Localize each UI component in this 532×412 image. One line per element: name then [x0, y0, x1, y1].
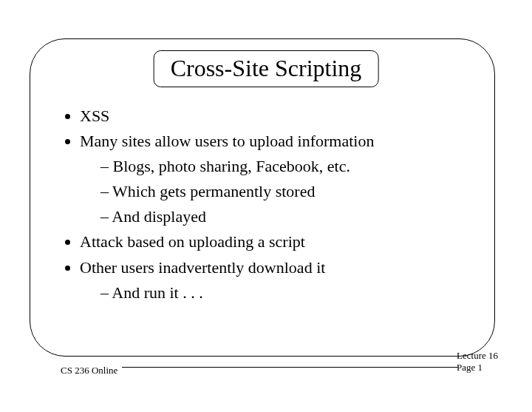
- sub-bullet-blogs: Blogs, photo sharing, Facebook, etc.: [100, 154, 473, 179]
- footer-lecture: Lecture 16: [457, 350, 498, 362]
- bullet-download: Other users inadvertently download it An…: [80, 255, 473, 305]
- sub-bullet-stored: Which gets permanently stored: [100, 179, 473, 204]
- sub-bullet-run-it: And run it . . .: [100, 280, 473, 305]
- footer-divider: [122, 367, 458, 368]
- footer-page: Page 1: [457, 362, 498, 374]
- sub-bullet-displayed: And displayed: [100, 204, 473, 229]
- bullet-xss: XSS: [80, 104, 473, 129]
- footer-course: CS 236 Online: [61, 365, 117, 376]
- bullet-text: Many sites allow users to upload informa…: [80, 132, 374, 150]
- bullet-text: Other users inadvertently download it: [80, 258, 325, 277]
- bullet-attack-script: Attack based on uploading a script: [80, 229, 473, 254]
- slide-title: Cross-Site Scripting: [154, 50, 379, 87]
- slide-content: XSS Many sites allow users to upload inf…: [59, 104, 473, 305]
- footer-lecture-page: Lecture 16 Page 1: [457, 350, 498, 374]
- bullet-upload-info: Many sites allow users to upload informa…: [80, 129, 473, 229]
